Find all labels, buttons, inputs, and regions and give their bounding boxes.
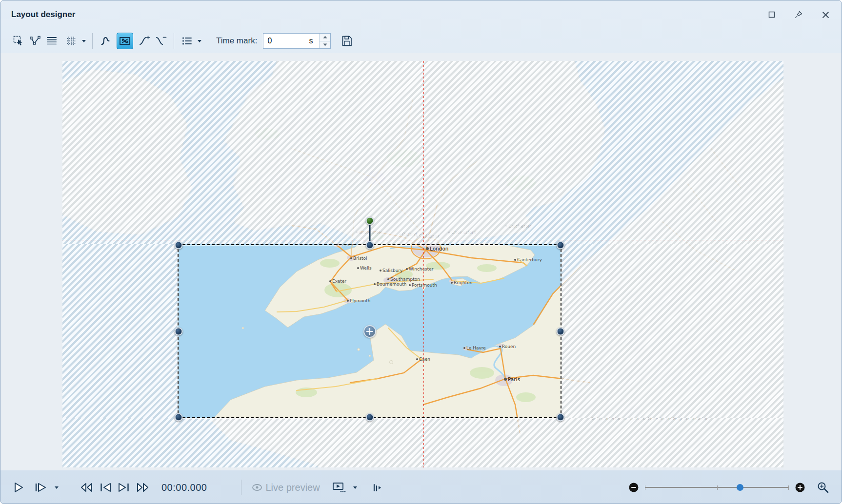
- zoom-fit-button[interactable]: [816, 481, 830, 494]
- grid-options-dropdown[interactable]: [80, 33, 88, 49]
- preview-display-icon: [332, 481, 346, 494]
- resize-handle-ne[interactable]: [557, 241, 565, 250]
- zoom-in-button[interactable]: [795, 482, 805, 493]
- layers-icon: [45, 35, 58, 47]
- window-title: Layout designer: [11, 10, 75, 19]
- skip-to-start-icon: [99, 481, 112, 494]
- resize-handle-s[interactable]: [365, 413, 374, 422]
- play-icon: [12, 481, 25, 494]
- grid-button[interactable]: [63, 33, 80, 49]
- maximize-button[interactable]: [767, 10, 777, 19]
- chevron-down-icon: [353, 485, 358, 489]
- fast-rewind-button[interactable]: [80, 481, 94, 494]
- masked-region-right: [561, 244, 783, 418]
- selection-box[interactable]: [178, 244, 561, 418]
- toolbar-separator: [174, 33, 174, 49]
- select-tool-icon: [12, 35, 25, 47]
- toolbar-separator: [92, 33, 93, 49]
- zoom-tick: [717, 485, 718, 490]
- frame-mode-icon: [119, 35, 131, 47]
- curve-tool-button[interactable]: [97, 33, 114, 49]
- bars-play-icon: [371, 481, 382, 494]
- time-mark-field: s: [263, 33, 331, 49]
- zoom-in-icon: [795, 482, 805, 493]
- layers-button[interactable]: [43, 33, 60, 49]
- grid-icon: [65, 35, 78, 47]
- curve-add-icon: [138, 35, 151, 47]
- fast-forward-icon: [135, 481, 150, 494]
- resize-handle-se[interactable]: [557, 413, 565, 422]
- rotate-handle[interactable]: [365, 217, 374, 225]
- zoom-out-button[interactable]: [628, 482, 639, 493]
- resize-handle-nw[interactable]: [175, 241, 183, 250]
- select-tool-button[interactable]: [10, 33, 27, 49]
- zoom-slider-thumb[interactable]: [737, 484, 743, 491]
- zoom-out-icon: [628, 482, 639, 493]
- resize-handle-e[interactable]: [557, 327, 565, 335]
- video-frame: Gloucester Oxford St Albans London Chelm…: [62, 61, 783, 467]
- time-mark-input[interactable]: [263, 34, 302, 48]
- transport-separator: [70, 480, 70, 495]
- nodes-tool-button[interactable]: [27, 33, 43, 49]
- playback-options-button[interactable]: [371, 481, 382, 494]
- maximize-icon: [768, 11, 776, 19]
- zoom-tick: [645, 485, 645, 490]
- designer-canvas[interactable]: Gloucester Oxford St Albans London Chelm…: [0, 53, 842, 470]
- window-controls: [767, 9, 831, 20]
- zoom-controls: [628, 481, 830, 494]
- masked-region-top: [62, 61, 783, 244]
- time-mark-spin-up[interactable]: [320, 34, 330, 41]
- skip-to-start-button[interactable]: [99, 481, 112, 494]
- resize-handle-sw[interactable]: [175, 413, 183, 422]
- live-preview-icon: [251, 481, 263, 494]
- masked-region-bottom: [62, 418, 783, 467]
- time-mark-spinner: [319, 34, 330, 48]
- curve-add-button[interactable]: [136, 33, 153, 49]
- play-button[interactable]: [12, 481, 25, 494]
- fast-rewind-icon: [80, 481, 94, 494]
- time-mark-label: Time mark:: [216, 36, 257, 46]
- transport-separator: [241, 480, 241, 495]
- close-button[interactable]: [821, 10, 831, 20]
- curve-remove-icon: [155, 35, 167, 47]
- resize-handle-n[interactable]: [365, 241, 374, 250]
- zoom-slider[interactable]: [645, 484, 789, 491]
- toolbar: Time mark: s: [0, 29, 842, 53]
- nodes-tool-icon: [29, 35, 41, 47]
- play-options-dropdown[interactable]: [52, 479, 60, 496]
- preview-display-button[interactable]: [332, 481, 346, 494]
- chevron-down-icon: [54, 485, 59, 489]
- skip-to-end-icon: [117, 481, 130, 494]
- layout-designer-window: Layout designer: [0, 0, 842, 504]
- time-mark-unit: s: [302, 34, 319, 48]
- live-preview-toggle[interactable]: Live preview: [251, 481, 323, 494]
- transport-bar: 00:00.000 Live preview: [0, 470, 842, 504]
- save-icon: [341, 35, 353, 47]
- time-display: 00:00.000: [161, 482, 207, 493]
- titlebar: Layout designer: [0, 0, 842, 29]
- chevron-down-icon: [81, 39, 86, 43]
- move-handle[interactable]: [363, 325, 376, 338]
- pin-button[interactable]: [793, 9, 804, 20]
- save-button[interactable]: [339, 33, 355, 49]
- list-icon: [180, 35, 193, 47]
- resize-handle-w[interactable]: [175, 327, 183, 335]
- play-from-mark-icon: [34, 481, 47, 494]
- magnifier-icon: [816, 481, 830, 494]
- live-preview-label: Live preview: [265, 482, 320, 493]
- guide-horizontal: [62, 240, 783, 240]
- close-icon: [822, 11, 830, 19]
- chevron-down-icon: [197, 39, 202, 43]
- frame-mode-button[interactable]: [117, 33, 133, 49]
- play-from-mark-button[interactable]: [34, 481, 47, 494]
- time-mark-spin-down[interactable]: [320, 41, 330, 49]
- element-list-dropdown[interactable]: [195, 33, 203, 49]
- element-list-button[interactable]: [179, 33, 195, 49]
- curve-remove-button[interactable]: [153, 33, 169, 49]
- spin-down-icon: [323, 43, 327, 46]
- fast-forward-button[interactable]: [135, 481, 150, 494]
- smooth-curve-icon: [99, 35, 112, 47]
- skip-to-end-button[interactable]: [117, 481, 130, 494]
- preview-display-dropdown[interactable]: [351, 479, 360, 496]
- spin-up-icon: [323, 36, 327, 39]
